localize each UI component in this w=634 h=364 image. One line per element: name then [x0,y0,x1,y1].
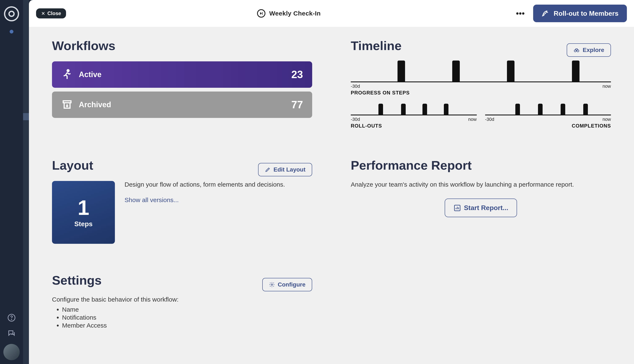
explore-button[interactable]: Explore [567,43,611,57]
binoculars-icon [573,47,580,53]
nav-dot[interactable] [10,30,14,34]
gear-icon [269,282,275,288]
settings-heading: Settings [52,273,102,288]
edit-layout-label: Edit Layout [274,166,305,173]
nav-rail [0,0,23,364]
chat-icon[interactable] [7,328,16,338]
active-count: 23 [291,68,303,81]
configure-button[interactable]: Configure [262,278,312,291]
workflows-card: Workflows Active 23 Archived 77 [35,27,329,141]
topbar: Close Weekly Check-In ••• Roll-out to Me… [29,0,634,27]
settings-item: Name [62,306,312,313]
svg-rect-2 [262,12,263,15]
avatar[interactable] [3,344,20,360]
show-versions-link[interactable]: Show all versions... [125,196,179,204]
svg-rect-4 [63,101,71,102]
rollout-label: Roll-out to Members [554,10,618,18]
help-icon[interactable] [7,313,16,322]
active-label: Active [79,70,102,79]
edit-layout-button[interactable]: Edit Layout [258,163,312,176]
layout-heading: Layout [52,158,93,172]
configure-label: Configure [278,281,305,288]
performance-description: Analyze your team's activity on this wor… [351,181,611,188]
chart-start: -30d [351,84,360,89]
layout-description: Design your flow of actions, form elemen… [125,181,285,188]
close-label: Close [47,10,61,16]
rollout-button[interactable]: Roll-out to Members [533,4,627,22]
page-title: Weekly Check-In [269,10,321,17]
timeline-card: Timeline Explore -30dnow PROGRESS ON STE… [334,27,628,141]
rollouts-chart: -30dnow ROLL-OUTS [351,102,477,129]
settings-list: Name Notifications Member Access [62,306,312,329]
more-menu-button[interactable]: ••• [512,9,529,18]
completions-chart: -30dnow COMPLETIONS [485,102,611,129]
workflows-archived-tile[interactable]: Archived 77 [52,92,312,118]
sub-nav-active-indicator [23,113,29,120]
explore-label: Explore [583,47,604,54]
svg-point-3 [67,70,69,72]
progress-chart: -30dnow PROGRESS ON STEPS [351,61,611,96]
performance-heading: Performance Report [351,158,611,172]
settings-card: Settings Configure Configure the basic b… [35,262,329,342]
sub-nav [23,0,29,364]
workflows-active-tile[interactable]: Active 23 [52,61,312,88]
progress-title: PROGRESS ON STEPS [351,90,611,96]
steps-tile[interactable]: 1 Steps [52,181,115,244]
settings-item: Notifications [62,314,312,321]
bar-chart-icon [454,204,461,212]
running-icon [61,69,73,80]
svg-point-8 [271,284,272,285]
start-report-button[interactable]: Start Report... [445,198,517,217]
layout-card: Layout Edit Layout 1 Steps Design your f… [35,146,329,256]
archived-label: Archived [79,100,111,109]
settings-item: Member Access [62,322,312,329]
skip-forward-icon [257,9,265,18]
settings-description: Configure the basic behavior of this wor… [52,296,312,303]
completions-title: COMPLETIONS [485,123,611,129]
timeline-heading: Timeline [351,38,402,53]
rollouts-title: ROLL-OUTS [351,123,477,129]
performance-card: Performance Report Analyze your team's a… [334,146,628,256]
start-report-label: Start Report... [464,204,508,212]
steps-count: 1 [78,197,89,218]
archive-icon [61,99,73,110]
workflows-heading: Workflows [52,38,312,53]
archived-count: 77 [291,99,303,111]
close-button[interactable]: Close [36,8,66,18]
steps-label: Steps [74,220,93,228]
app-logo[interactable] [4,6,19,21]
chart-end: now [602,84,611,89]
svg-point-1 [11,320,12,320]
pencil-icon [265,167,271,172]
